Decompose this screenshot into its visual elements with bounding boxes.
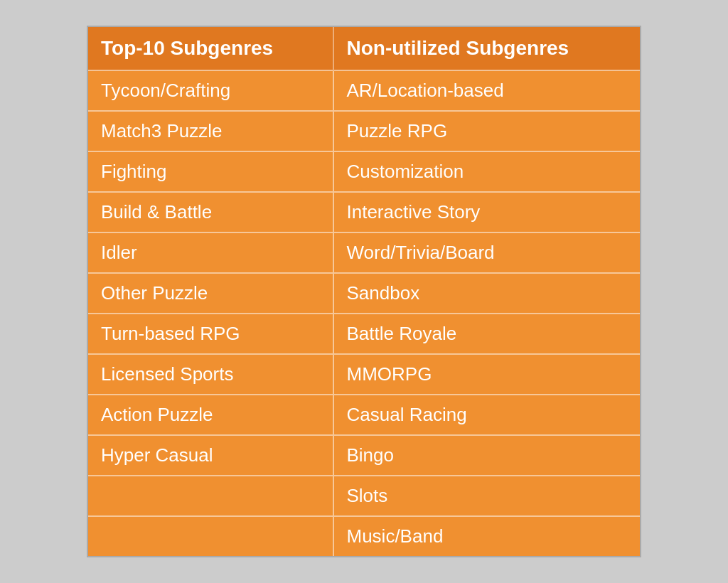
col2-cell: Customization (333, 151, 641, 192)
table-row: Other PuzzleSandbox (88, 273, 640, 314)
header-top10: Top-10 Subgenres (88, 27, 333, 70)
table-row: Match3 PuzzlePuzzle RPG (88, 111, 640, 151)
col2-cell: Bingo (333, 435, 641, 476)
col1-cell: Match3 Puzzle (88, 111, 333, 151)
table-header-row: Top-10 Subgenres Non-utilized Subgenres (88, 27, 640, 70)
col1-cell: Action Puzzle (88, 395, 333, 435)
col2-cell: Puzzle RPG (333, 111, 641, 151)
col1-cell: Other Puzzle (88, 273, 333, 314)
col2-cell: Interactive Story (333, 192, 641, 232)
col1-cell: Build & Battle (88, 192, 333, 232)
col2-cell: MMORPG (333, 354, 641, 395)
col1-cell (88, 476, 333, 516)
col1-cell (88, 516, 333, 556)
col1-cell: Licensed Sports (88, 354, 333, 395)
col1-cell: Tycoon/Crafting (88, 70, 333, 111)
table-row: Build & BattleInteractive Story (88, 192, 640, 232)
col1-cell: Turn-based RPG (88, 314, 333, 354)
table-row: Hyper CasualBingo (88, 435, 640, 476)
col2-cell: Battle Royale (333, 314, 641, 354)
table-row: Music/Band (88, 516, 640, 556)
col2-cell: AR/Location-based (333, 70, 641, 111)
table-row: Turn-based RPGBattle Royale (88, 314, 640, 354)
col2-cell: Music/Band (333, 516, 641, 556)
table-row: IdlerWord/Trivia/Board (88, 232, 640, 273)
header-nonutilized: Non-utilized Subgenres (333, 27, 641, 70)
col1-cell: Hyper Casual (88, 435, 333, 476)
col2-cell: Sandbox (333, 273, 641, 314)
table-row: Licensed SportsMMORPG (88, 354, 640, 395)
col2-cell: Word/Trivia/Board (333, 232, 641, 273)
table-row: Slots (88, 476, 640, 516)
table-row: Action PuzzleCasual Racing (88, 395, 640, 435)
col1-cell: Idler (88, 232, 333, 273)
col2-cell: Casual Racing (333, 395, 641, 435)
subgenres-table: Top-10 Subgenres Non-utilized Subgenres … (87, 26, 641, 557)
col1-cell: Fighting (88, 151, 333, 192)
table-row: Tycoon/CraftingAR/Location-based (88, 70, 640, 111)
col2-cell: Slots (333, 476, 641, 516)
table-row: FightingCustomization (88, 151, 640, 192)
